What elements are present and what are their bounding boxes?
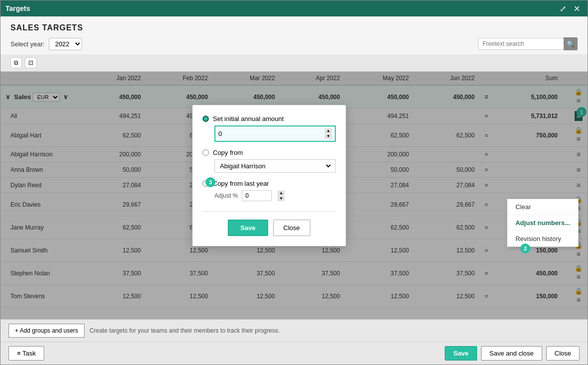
paste-button[interactable]: ⊡: [25, 57, 37, 68]
copy-from-select[interactable]: Abigail Harrison: [218, 162, 332, 170]
search-button[interactable]: 🔍: [564, 37, 578, 50]
add-groups-button[interactable]: + Add groups and users: [8, 324, 85, 338]
title-bar-left: Targets: [5, 4, 30, 12]
window-title: Targets: [5, 4, 30, 12]
modal-select-row: Abigail Harrison: [214, 159, 336, 173]
footer-bar: ≡ Task Save Save and close Close: [0, 342, 588, 365]
footer-left: ≡ Task: [8, 346, 44, 361]
task-button[interactable]: ≡ Task: [8, 346, 44, 361]
context-menu-adjust[interactable]: Adjust numbers...: [507, 215, 578, 231]
search-input[interactable]: [478, 38, 578, 50]
modal-option-1: Set initial annual amount ▲ ▼: [202, 115, 336, 142]
header-row: Select year: 2022 2021 2023 🔍: [10, 37, 578, 50]
modal-buttons: Save Close: [202, 211, 336, 236]
bottom-bar: + Add groups and users Create targets fo…: [0, 319, 588, 342]
content-area: SALES TARGETS Select year: 2022 2021 202…: [0, 16, 588, 365]
modal-option-2: Copy from Abigail Harrison: [202, 149, 336, 173]
search-area: 🔍: [478, 37, 578, 50]
title-bar-controls: ⤢ ✕: [557, 2, 583, 14]
modal-close-button[interactable]: Close: [273, 220, 310, 236]
close-button[interactable]: ✕: [571, 2, 583, 14]
modal-option-3: Copy from last year Adjust % ▲ ▼: [202, 180, 336, 201]
option2-label[interactable]: Copy from: [202, 149, 336, 156]
modal-overlay: 3 Set initial annual amount ▲: [0, 72, 588, 319]
modal-adjust-row: Adjust % ▲ ▼: [214, 190, 336, 201]
badge-3: 3: [205, 177, 215, 187]
modal-input-row: ▲ ▼: [214, 125, 336, 142]
set-amount-modal: Set initial annual amount ▲ ▼: [192, 105, 346, 246]
table-container: Jan 2022 Feb 2022 Mar 2022 Apr 2022 May …: [0, 72, 588, 319]
save-button[interactable]: Save: [445, 346, 477, 361]
modal-save-button[interactable]: Save: [228, 220, 268, 236]
header-section: SALES TARGETS Select year: 2022 2021 202…: [0, 16, 588, 54]
option2-radio[interactable]: [202, 149, 209, 156]
save-close-button[interactable]: Save and close: [481, 346, 542, 361]
year-select-area: Select year: 2022 2021 2023: [10, 38, 82, 50]
option1-label[interactable]: Set initial annual amount: [202, 115, 336, 122]
copy-button[interactable]: ⧉: [10, 57, 22, 68]
annual-amount-input[interactable]: [218, 130, 323, 137]
context-menu: Clear Adjust numbers... Revision history: [507, 199, 579, 247]
option3-label[interactable]: Copy from last year: [202, 180, 336, 187]
maximize-button[interactable]: ⤢: [557, 2, 569, 14]
spinner: ▲ ▼: [325, 128, 332, 139]
adjust-spin-down[interactable]: ▼: [278, 196, 285, 201]
year-label: Select year:: [10, 40, 45, 48]
year-select[interactable]: 2022 2021 2023: [49, 38, 82, 50]
footer-right: Save Save and close Close: [445, 346, 580, 361]
bottom-hint: Create targets for your teams and their …: [90, 327, 280, 334]
page-title: SALES TARGETS: [10, 23, 578, 32]
adjust-spinner: ▲ ▼: [278, 191, 285, 201]
spin-down[interactable]: ▼: [325, 134, 332, 139]
adjust-spin-up[interactable]: ▲: [278, 191, 285, 196]
spin-up[interactable]: ▲: [325, 128, 332, 133]
main-window: Targets ⤢ ✕ SALES TARGETS Select year: 2…: [0, 0, 588, 365]
toolbar-row: ⧉ ⊡: [0, 54, 588, 72]
title-bar: Targets ⤢ ✕: [0, 0, 588, 16]
badge-2: 2: [520, 243, 530, 253]
option1-radio[interactable]: [202, 116, 209, 122]
close-footer-button[interactable]: Close: [546, 346, 580, 361]
context-menu-clear[interactable]: Clear: [507, 199, 578, 215]
context-menu-revision[interactable]: Revision history: [507, 231, 578, 246]
adjust-percent-input[interactable]: [242, 190, 272, 201]
